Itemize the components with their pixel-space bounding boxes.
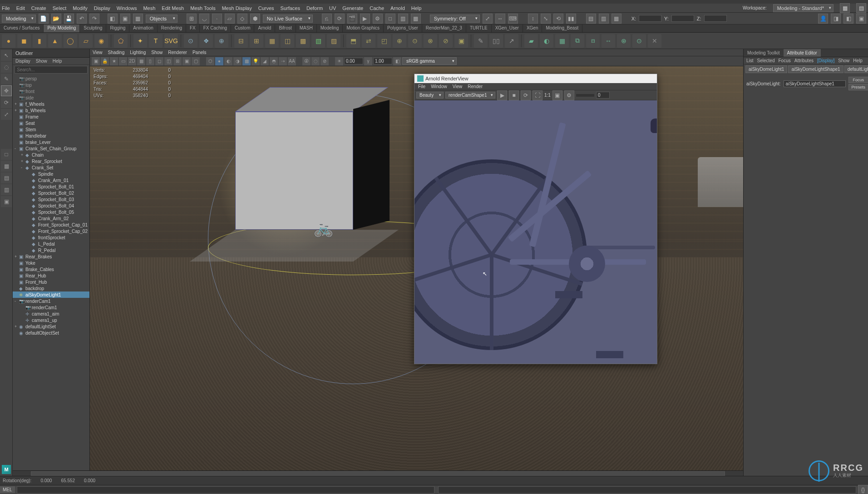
rv-crop-icon[interactable]: ▣ xyxy=(552,90,562,100)
file-open-icon[interactable]: 📂 xyxy=(51,14,61,24)
snap-view-icon[interactable]: ◇ xyxy=(237,14,247,24)
platonic-icon[interactable]: ⬠ xyxy=(114,34,128,48)
outliner-item[interactable]: ▣Frame xyxy=(13,114,89,120)
poly-cone-icon[interactable]: ▲ xyxy=(48,34,62,48)
vp-safe-title-icon[interactable]: ▢ xyxy=(192,57,200,65)
vp-motion-blur-icon[interactable]: ⇢ xyxy=(279,57,287,65)
shelf-tab-polygons-user[interactable]: Polygons_User xyxy=(384,25,422,32)
shelf-tab-curves-surfaces[interactable]: Curves / Surfaces xyxy=(0,25,44,32)
outliner-item[interactable]: ◆Sprocket_Bolt_04 xyxy=(13,203,89,209)
account-icon[interactable]: 👤 xyxy=(818,14,828,24)
rv-menu-window[interactable]: Window xyxy=(431,84,447,89)
menu-surfaces[interactable]: Surfaces xyxy=(281,5,300,11)
vp-bookmarks-icon[interactable]: ★ xyxy=(110,57,118,65)
poly-sphere-icon[interactable]: ● xyxy=(2,34,15,48)
vp-sel-cam-icon[interactable]: ▣ xyxy=(92,57,100,65)
outliner-item[interactable]: ▣Rear_Hub xyxy=(13,272,89,279)
vp-textured-icon[interactable]: ▩ xyxy=(242,57,251,65)
time-slider[interactable] xyxy=(13,470,743,476)
render-view-canvas[interactable]: ↖ xyxy=(414,100,657,364)
vp-field-chart-icon[interactable]: ⊞ xyxy=(173,57,182,65)
vp-wire-on-shade-icon[interactable]: ◑ xyxy=(233,57,242,65)
outliner-item[interactable]: ▣Handlebar xyxy=(13,133,89,139)
outliner-tree[interactable]: 📷persp📷top📷front📷side+▣f_Wheels+▣b_Wheel… xyxy=(13,74,89,494)
panel-layout3-icon[interactable]: ▦ xyxy=(411,14,421,24)
combine-icon[interactable]: ⊟ xyxy=(234,34,248,48)
menu-uv[interactable]: UV xyxy=(329,5,336,11)
vp-default-mat-icon[interactable]: ◐ xyxy=(224,57,232,65)
z-field[interactable] xyxy=(704,15,727,22)
menu-deform[interactable]: Deform xyxy=(306,5,323,11)
sel-mode-dropdown[interactable]: Objects xyxy=(146,15,178,23)
separate-icon[interactable]: ⊞ xyxy=(250,34,263,48)
menu-display[interactable]: Display xyxy=(94,5,110,11)
snap-live-icon[interactable]: ⬢ xyxy=(250,14,260,24)
vp-color-mgmt-dropdown[interactable]: sRGB gamma xyxy=(402,57,457,65)
center-pivot-icon[interactable]: ⊕ xyxy=(215,34,228,48)
workspace-opts2-icon[interactable]: ▤ xyxy=(856,3,866,13)
menu-create[interactable]: Create xyxy=(31,5,46,11)
sidebar2-icon[interactable]: ◧ xyxy=(843,14,853,24)
shelf-tab-sculpting[interactable]: Sculpting xyxy=(80,25,106,32)
ae-menu-selected[interactable]: Selected xyxy=(757,58,775,63)
render-view-titlebar[interactable]: Arnold RenderView xyxy=(414,74,657,83)
outliner-item[interactable]: +▣Rear_Brakes xyxy=(13,253,89,260)
outliner-item[interactable]: ▣brake_Lever xyxy=(13,139,89,145)
layout-single-icon[interactable]: □ xyxy=(1,149,12,160)
shelf-tab-custom[interactable]: Custom xyxy=(231,25,254,32)
viewport-menu-shading[interactable]: Shading xyxy=(108,50,125,55)
type-icon[interactable]: T xyxy=(149,34,163,48)
xform-abs-icon[interactable]: ⤢ xyxy=(483,14,493,24)
viewport-menu-panels[interactable]: Panels xyxy=(192,50,207,55)
y-field[interactable] xyxy=(671,15,694,22)
redo-icon[interactable]: ↷ xyxy=(89,14,99,24)
panel-tab-attribute-editor[interactable]: Attribute Editor xyxy=(784,49,821,57)
menu-mesh-display[interactable]: Mesh Display xyxy=(222,5,252,11)
snap-plane-icon[interactable]: ▱ xyxy=(225,14,235,24)
menu-file[interactable]: File xyxy=(2,5,10,11)
outliner-item[interactable]: ◆Sprocket_Bolt_05 xyxy=(13,209,89,215)
side-chbox-icon[interactable]: ▦ xyxy=(612,14,621,24)
ipr-icon[interactable]: ▶ xyxy=(360,14,370,24)
vp-isolate-icon[interactable]: ⦿ xyxy=(302,57,311,65)
remesh-icon[interactable]: ▨ xyxy=(327,34,340,48)
merge-icon[interactable]: ⊙ xyxy=(408,34,422,48)
slide-icon[interactable]: ↔ xyxy=(602,34,615,48)
script-editor-icon[interactable]: {} xyxy=(858,485,868,494)
panel-layout1-icon[interactable]: □ xyxy=(385,14,395,24)
vp-lock-cam-icon[interactable]: 🔒 xyxy=(101,57,109,65)
shelf-tab-motion-graphics[interactable]: Motion Graphics xyxy=(343,25,384,32)
lasso-tool-icon[interactable]: ◌ xyxy=(1,62,12,73)
shelf-tab-turtle[interactable]: TURTLE xyxy=(466,25,492,32)
outliner-item[interactable]: ✛camera1_aim xyxy=(13,311,89,317)
vp-exposure-icon[interactable]: ☀ xyxy=(335,57,343,65)
poly-disc-icon[interactable]: ◉ xyxy=(94,34,108,48)
outliner-item[interactable]: ◆frontSprocket xyxy=(13,234,89,241)
move-tool-icon[interactable]: ✥ xyxy=(1,85,12,96)
sel-comp-icon[interactable]: ▦ xyxy=(133,14,143,24)
render-view-window[interactable]: Arnold RenderView FileWindowViewRender B… xyxy=(414,74,657,364)
vp-smooth-all-icon[interactable]: ● xyxy=(215,57,223,65)
xform-rel-icon[interactable]: ↔ xyxy=(495,14,505,24)
vp-view-transform-icon[interactable]: ◧ xyxy=(393,57,401,65)
superellipse-icon[interactable]: ✦ xyxy=(133,34,147,48)
rv-menu-view[interactable]: View xyxy=(453,84,463,89)
outliner-menu-show[interactable]: Show xyxy=(36,59,47,64)
outliner-item[interactable]: ◆Spindle xyxy=(13,171,89,177)
sel-obj-icon[interactable]: ▣ xyxy=(120,14,130,24)
toggle1-icon[interactable]: ↕ xyxy=(528,14,538,24)
menu-modify[interactable]: Modify xyxy=(73,5,87,11)
symmetrize-icon[interactable]: ⊛ xyxy=(617,34,631,48)
select-tool-icon[interactable]: ↖ xyxy=(1,50,12,61)
rv-menu-render[interactable]: Render xyxy=(468,84,483,89)
rv-settings-icon[interactable]: ⚙ xyxy=(564,90,574,100)
layout-two-h-icon[interactable]: ▤ xyxy=(1,173,12,183)
boolean-icon[interactable]: ◫ xyxy=(281,34,294,48)
outliner-item[interactable]: +◆Chain xyxy=(13,152,89,158)
outliner-item[interactable]: ◆Sprocket_Bolt_02 xyxy=(13,190,89,196)
ae-menu-display[interactable]: [Display] xyxy=(817,58,834,63)
target-weld-icon[interactable]: ⊗ xyxy=(424,34,437,48)
vp-wire-icon[interactable]: ⬡ xyxy=(206,57,214,65)
shelf-tab-rigging[interactable]: Rigging xyxy=(106,25,129,32)
outliner-item[interactable]: ▣Brake_Cables xyxy=(13,266,89,272)
